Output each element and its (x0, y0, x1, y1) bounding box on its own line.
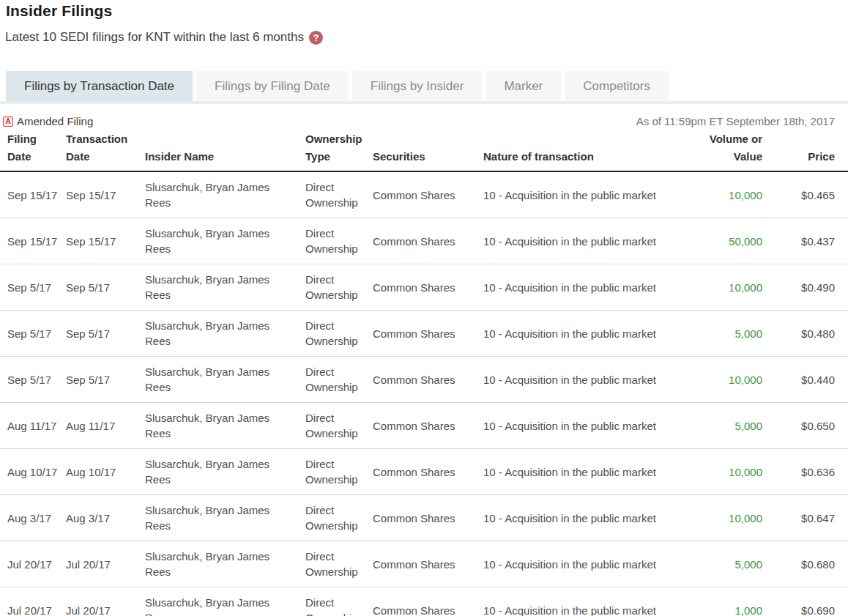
cell-price: $0.490 (770, 264, 848, 311)
cell-transaction-date: Aug 3/17 (59, 495, 138, 541)
cell-filing-date: Jul 20/17 (0, 541, 59, 587)
column-header-transaction-date: Transaction Date (59, 129, 138, 171)
table-row: Jul 20/17Jul 20/17Slusarchuk, Bryan Jame… (0, 541, 848, 587)
cell-nature-of-transaction: 10 - Acquisition in the public market (476, 218, 689, 264)
cell-transaction-date: Sep 5/17 (59, 357, 138, 403)
cell-nature-of-transaction: 10 - Acquisition in the public market (476, 403, 689, 449)
cell-price: $0.437 (770, 218, 848, 264)
cell-nature-of-transaction: 10 - Acquisition in the public market (476, 495, 689, 541)
cell-securities: Common Shares (365, 357, 476, 403)
cell-volume-or-value: 10,000 (689, 171, 770, 218)
cell-ownership-type: Direct Ownership (298, 495, 365, 541)
column-header-price: Price (770, 129, 848, 171)
cell-insider-name: Slusarchuk, Bryan James Rees (138, 357, 298, 403)
cell-nature-of-transaction: 10 - Acquisition in the public market (476, 587, 689, 616)
cell-price: $0.647 (770, 495, 848, 541)
cell-ownership-type: Direct Ownership (298, 357, 365, 403)
page-title: Insider Filings (6, 2, 848, 20)
column-header-securities: Securities (365, 129, 476, 171)
cell-price: $0.680 (770, 541, 848, 587)
cell-ownership-type: Direct Ownership (298, 264, 365, 311)
cell-securities: Common Shares (365, 171, 476, 218)
cell-nature-of-transaction: 10 - Acquisition in the public market (476, 541, 689, 587)
cell-securities: Common Shares (365, 311, 476, 357)
tab-marker[interactable]: Marker (486, 71, 561, 101)
cell-securities: Common Shares (365, 495, 476, 541)
cell-insider-name: Slusarchuk, Bryan James Rees (138, 587, 298, 616)
cell-volume-or-value: 50,000 (689, 218, 770, 264)
cell-filing-date: Jul 20/17 (0, 587, 59, 616)
cell-filing-date: Sep 5/17 (0, 264, 59, 311)
table-row: Sep 15/17Sep 15/17Slusarchuk, Bryan Jame… (0, 171, 848, 218)
table-header-row: Filing DateTransaction DateInsider NameO… (0, 129, 848, 171)
tab-competitors[interactable]: Competitors (565, 71, 669, 101)
column-header-ownership-type: Ownership Type (298, 129, 365, 171)
filings-table: Filing DateTransaction DateInsider NameO… (0, 129, 848, 616)
cell-ownership-type: Direct Ownership (298, 587, 365, 616)
table-row: Aug 10/17Aug 10/17Slusarchuk, Bryan Jame… (0, 449, 848, 495)
cell-nature-of-transaction: 10 - Acquisition in the public market (476, 449, 689, 495)
cell-filing-date: Sep 15/17 (0, 171, 59, 218)
cell-volume-or-value: 5,000 (689, 403, 770, 449)
cell-nature-of-transaction: 10 - Acquisition in the public market (476, 171, 689, 218)
cell-securities: Common Shares (365, 218, 476, 264)
cell-transaction-date: Sep 5/17 (59, 311, 138, 357)
cell-ownership-type: Direct Ownership (298, 541, 365, 587)
cell-filing-date: Sep 5/17 (0, 357, 59, 403)
cell-filing-date: Sep 5/17 (0, 311, 59, 357)
cell-insider-name: Slusarchuk, Bryan James Rees (138, 218, 298, 264)
cell-transaction-date: Jul 20/17 (59, 541, 138, 587)
cell-securities: Common Shares (365, 264, 476, 311)
cell-transaction-date: Sep 15/17 (59, 218, 138, 264)
page-subtitle: Latest 10 SEDI filings for KNT within th… (5, 30, 304, 45)
page-subtitle-row: Latest 10 SEDI filings for KNT within th… (5, 30, 848, 45)
cell-price: $0.440 (770, 357, 848, 403)
cell-securities: Common Shares (365, 449, 476, 495)
tab-filings-by-insider[interactable]: Filings by Insider (352, 71, 483, 101)
cell-transaction-date: Sep 15/17 (59, 171, 138, 218)
cell-ownership-type: Direct Ownership (298, 311, 365, 357)
cell-volume-or-value: 10,000 (689, 357, 770, 403)
cell-transaction-date: Jul 20/17 (59, 587, 138, 616)
cell-insider-name: Slusarchuk, Bryan James Rees (138, 311, 298, 357)
cell-transaction-date: Sep 5/17 (59, 264, 138, 311)
tab-filings-by-filing-date[interactable]: Filings by Filing Date (196, 71, 349, 101)
cell-ownership-type: Direct Ownership (298, 171, 365, 218)
cell-filing-date: Aug 3/17 (0, 495, 59, 541)
cell-securities: Common Shares (365, 587, 476, 616)
cell-ownership-type: Direct Ownership (298, 449, 365, 495)
cell-price: $0.690 (770, 587, 848, 616)
amended-filing-icon: A (3, 116, 13, 127)
column-header-volume-or-value: Volume or Value (689, 129, 770, 171)
amended-filing-label: Amended Filing (17, 115, 93, 127)
cell-insider-name: Slusarchuk, Bryan James Rees (138, 403, 298, 449)
column-header-nature-of-transaction: Nature of transaction (476, 129, 689, 171)
amended-filing-legend: A Amended Filing (3, 115, 93, 127)
cell-insider-name: Slusarchuk, Bryan James Rees (138, 541, 298, 587)
cell-filing-date: Sep 15/17 (0, 218, 59, 264)
table-row: Aug 3/17Aug 3/17Slusarchuk, Bryan James … (0, 495, 848, 541)
insider-filings-page: Insider Filings Latest 10 SEDI filings f… (0, 2, 848, 616)
cell-insider-name: Slusarchuk, Bryan James Rees (138, 264, 298, 311)
help-icon[interactable]: ? (309, 31, 323, 45)
cell-securities: Common Shares (365, 403, 476, 449)
cell-volume-or-value: 10,000 (689, 495, 770, 541)
as-of-timestamp: As of 11:59pm ET September 18th, 2017 (636, 115, 835, 127)
cell-ownership-type: Direct Ownership (298, 403, 365, 449)
cell-transaction-date: Aug 10/17 (59, 449, 138, 495)
cell-insider-name: Slusarchuk, Bryan James Rees (138, 495, 298, 541)
cell-price: $0.636 (770, 449, 848, 495)
tab-filings-by-transaction-date[interactable]: Filings by Transaction Date (6, 71, 193, 101)
filings-table-body: Sep 15/17Sep 15/17Slusarchuk, Bryan Jame… (0, 171, 848, 616)
tab-bar: Filings by Transaction DateFilings by Fi… (0, 71, 848, 104)
column-header-filing-date: Filing Date (0, 129, 59, 171)
table-row: Jul 20/17Jul 20/17Slusarchuk, Bryan Jame… (0, 587, 848, 616)
cell-nature-of-transaction: 10 - Acquisition in the public market (476, 357, 689, 403)
cell-volume-or-value: 1,000 (689, 587, 770, 616)
cell-insider-name: Slusarchuk, Bryan James Rees (138, 449, 298, 495)
cell-volume-or-value: 10,000 (689, 449, 770, 495)
cell-nature-of-transaction: 10 - Acquisition in the public market (476, 264, 689, 311)
cell-insider-name: Slusarchuk, Bryan James Rees (138, 171, 298, 218)
table-row: Sep 5/17Sep 5/17Slusarchuk, Bryan James … (0, 311, 848, 357)
cell-ownership-type: Direct Ownership (298, 218, 365, 264)
